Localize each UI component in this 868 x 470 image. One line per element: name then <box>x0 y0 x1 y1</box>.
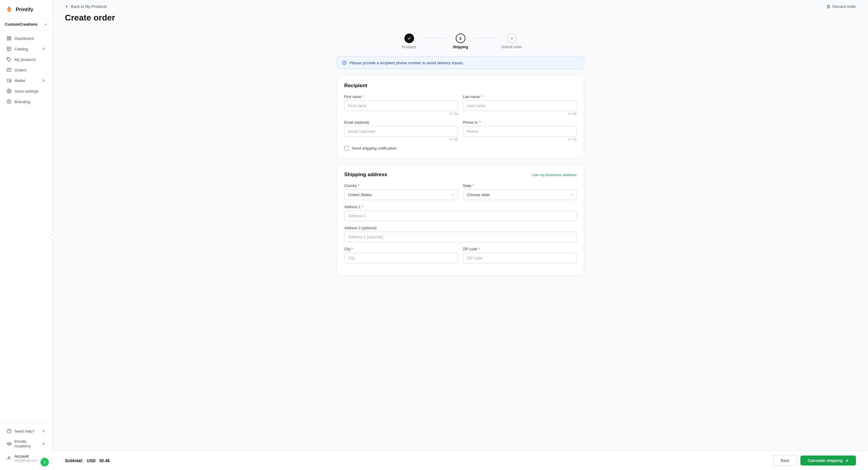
chevron-right-icon <box>41 441 46 446</box>
sidebar-item-wallet[interactable]: Wallet <box>2 75 51 86</box>
zip-label: ZIP code * <box>463 247 577 251</box>
email-group: Email (optional) 0 / 65 <box>344 120 458 141</box>
use-business-address-link[interactable]: Use my business address <box>532 173 577 177</box>
sidebar-item-label: Orders <box>14 68 27 72</box>
email-input[interactable] <box>344 126 458 137</box>
sidebar: Printify CustomCreations Dashboard Catal… <box>0 0 53 470</box>
collapse-icon <box>51 233 54 237</box>
dashboard-icon <box>7 36 11 41</box>
chevron-right-icon <box>41 429 46 434</box>
contact-row: Email (optional) 0 / 65 Phone nr. * 0 / … <box>344 120 577 141</box>
address1-group: Address 1 * <box>344 205 577 221</box>
branding-icon <box>7 99 11 104</box>
last-name-group: Last name * 0 / 40 <box>463 95 577 116</box>
country-select[interactable]: United States Canada United Kingdom Aust… <box>344 189 458 200</box>
svg-rect-1 <box>9 36 11 38</box>
city-input[interactable] <box>344 253 458 263</box>
shipping-address-card: Shipping address Use my business address… <box>337 164 584 276</box>
address1-row: Address 1 * <box>344 205 577 221</box>
last-name-char-count: 0 / 40 <box>463 112 577 116</box>
phone-label: Phone nr. * <box>463 120 577 125</box>
products-icon <box>7 57 11 62</box>
sidebar-item-label: My products <box>14 57 36 62</box>
info-icon <box>342 60 347 65</box>
step-submit: 3 Submit order <box>498 33 525 49</box>
sidebar-item-label: Printify Academy <box>14 439 38 448</box>
address1-label: Address 1 * <box>344 205 577 209</box>
notification-row: Send shipping notification <box>344 146 577 151</box>
main-content: Back to My Products Discard order Create… <box>53 0 868 470</box>
svg-point-12 <box>8 457 10 458</box>
state-label: State * <box>463 184 577 188</box>
step-circle-products <box>404 33 414 43</box>
first-name-input[interactable] <box>344 100 458 111</box>
sidebar-collapse-button[interactable] <box>49 231 56 239</box>
address2-row: Address 2 (optional) <box>344 226 577 242</box>
check-icon <box>407 36 411 40</box>
city-label: City * <box>344 247 458 251</box>
brand-selector[interactable]: CustomCreations <box>0 19 53 30</box>
bottom-bar: Subtotal: USD 30.46 Back Calculate shipp… <box>53 451 868 470</box>
last-name-label: Last name * <box>463 95 577 99</box>
account-icon <box>7 456 11 461</box>
help-icon <box>7 429 11 434</box>
printify-logo-icon <box>5 5 13 14</box>
recipient-card: Recipient First name * 0 / 40 Last name … <box>337 75 584 158</box>
country-group: Country * United States Canada United Ki… <box>344 184 458 200</box>
svg-point-17 <box>344 63 344 64</box>
phone-input[interactable] <box>463 126 577 137</box>
sidebar-item-need-help[interactable]: Need help? <box>2 426 51 436</box>
svg-point-9 <box>8 91 10 92</box>
back-button[interactable]: Back <box>773 455 797 466</box>
address1-input[interactable] <box>344 211 577 221</box>
step-label-products: Products <box>402 45 416 49</box>
country-state-row: Country * United States Canada United Ki… <box>344 184 577 200</box>
sidebar-item-label: Store settings <box>14 89 39 94</box>
sidebar-item-store-settings[interactable]: Store settings <box>2 86 51 96</box>
email-char-count: 0 / 65 <box>344 137 458 141</box>
state-select[interactable]: Choose state Alabama California New York… <box>463 189 577 200</box>
calculate-shipping-button[interactable]: Calculate shipping <box>800 456 856 466</box>
last-name-input[interactable] <box>463 100 577 111</box>
form-area: Please provide a recipient phone number … <box>325 56 596 312</box>
sidebar-item-printify-academy[interactable]: Printify Academy <box>2 437 51 451</box>
send-notification-checkbox[interactable] <box>344 146 349 151</box>
back-to-products-link[interactable]: Back to My Products <box>65 4 107 9</box>
settings-icon <box>7 89 11 94</box>
svg-rect-2 <box>7 39 9 40</box>
name-row: First name * 0 / 40 Last name * 0 / 40 <box>344 95 577 116</box>
sidebar-item-catalog[interactable]: Catalog <box>2 44 51 54</box>
shipping-address-title: Shipping address <box>344 171 388 178</box>
country-label: Country * <box>344 184 458 188</box>
sidebar-item-orders[interactable]: Orders <box>2 65 51 75</box>
page-title: Create order <box>53 13 868 29</box>
zip-input[interactable] <box>463 253 577 263</box>
phone-group: Phone nr. * 0 / 15 <box>463 120 577 141</box>
discard-order-button[interactable]: Discard order <box>826 4 856 9</box>
step-circle-submit: 3 <box>507 33 517 43</box>
subtotal-area: Subtotal: USD 30.46 <box>65 458 110 463</box>
address2-input[interactable] <box>344 232 577 242</box>
chevron-right-icon <box>41 78 46 83</box>
logo-area: Printify <box>0 0 53 19</box>
sidebar-item-my-products[interactable]: My products <box>2 54 51 65</box>
step-shipping: 2 Shipping <box>447 33 474 49</box>
city-group: City * <box>344 247 458 263</box>
wallet-icon <box>7 78 11 83</box>
sidebar-item-label: Wallet <box>14 79 25 83</box>
brand-name: CustomCreations <box>5 22 37 27</box>
user-status-indicator: J <box>40 458 49 466</box>
arrow-left-icon <box>65 4 69 9</box>
step-line-2 <box>474 38 498 38</box>
arrow-right-icon <box>844 459 849 463</box>
sidebar-item-branding[interactable]: Branding <box>2 97 51 107</box>
sidebar-item-label: Need help? <box>14 429 35 434</box>
send-notification-label[interactable]: Send shipping notification <box>352 146 397 151</box>
email-label: Email (optional) <box>344 120 458 125</box>
step-products: Products <box>396 33 423 49</box>
trash-icon <box>826 4 831 9</box>
sidebar-item-dashboard[interactable]: Dashboard <box>2 33 51 43</box>
phone-char-count: 0 / 15 <box>463 137 577 141</box>
account-label: Account <box>14 454 38 459</box>
step-circle-shipping: 2 <box>456 33 465 43</box>
